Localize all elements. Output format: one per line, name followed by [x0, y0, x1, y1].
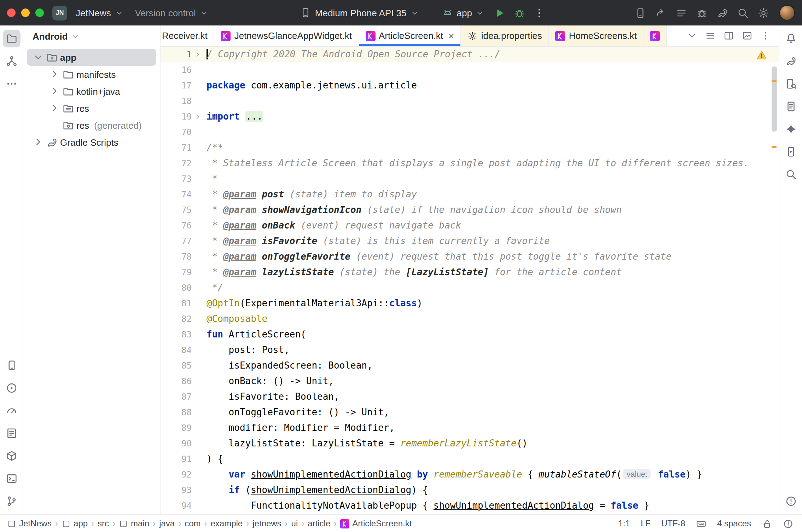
debug-button[interactable]	[510, 4, 529, 22]
code-line-1[interactable]: 1/ Copyright 2020 The Android Open Sourc…	[161, 47, 779, 62]
back-forward-button[interactable]	[652, 4, 670, 22]
breadcrumb-article[interactable]: article	[308, 519, 330, 528]
breadcrumb-jetnews[interactable]: jetnews	[252, 519, 281, 528]
code-line-84[interactable]: 84 post: Post,	[161, 342, 779, 358]
zoom-window-button[interactable]	[35, 8, 44, 17]
code-line-72[interactable]: 72 * Stateless Article Screen that displ…	[161, 156, 779, 171]
tree-item-res[interactable]: res	[27, 100, 156, 117]
input-mode-indicator[interactable]	[696, 518, 707, 529]
vcs-menu[interactable]: Version control	[131, 5, 213, 21]
fold-marker-icon[interactable]	[192, 47, 204, 62]
chevron-right-icon[interactable]	[33, 137, 44, 148]
code-editor[interactable]: 1/ Copyright 2020 The Android Open Sourc…	[161, 47, 779, 514]
code-line-70[interactable]: 70	[161, 125, 779, 140]
editor-options-button[interactable]	[757, 27, 774, 44]
tab-receiver-kt[interactable]: Receiver.kt	[161, 25, 215, 46]
file-encoding[interactable]: UTF-8	[661, 519, 685, 528]
code-line-19[interactable]: 19import ...	[161, 109, 779, 125]
code-line-94[interactable]: 94 FunctionalityNotAvailablePopup { show…	[161, 498, 779, 514]
tab-idea-properties[interactable]: idea.properties	[461, 25, 549, 46]
code-line-79[interactable]: 79 * @param lazyListState (state) the [L…	[161, 265, 779, 280]
breadcrumb-main[interactable]: main	[119, 519, 149, 528]
readonly-toggle[interactable]	[762, 518, 772, 529]
code-line-82[interactable]: 82@Composable	[161, 311, 779, 327]
breadcrumb-java[interactable]: java	[159, 519, 175, 528]
tab-stub[interactable]	[644, 25, 667, 46]
code-line-91[interactable]: 91) {	[161, 451, 779, 467]
project-tool-button[interactable]	[2, 30, 20, 47]
device-explorer-button[interactable]	[782, 75, 800, 93]
breadcrumb-jetnews[interactable]: JetNews	[7, 519, 52, 528]
terminal-tool-button[interactable]	[2, 470, 20, 487]
code-line-81[interactable]: 81@OptIn(ExperimentalMaterial3Api::class…	[161, 296, 779, 311]
code-line-93[interactable]: 93 if (showUnimplementedActionDialog) {	[161, 482, 779, 498]
code-line-92[interactable]: 92 var showUnimplementedActionDialog by …	[161, 467, 779, 482]
run-tool-button[interactable]	[2, 379, 20, 397]
settings-button[interactable]	[755, 4, 773, 22]
preview-button[interactable]	[738, 27, 755, 44]
code-line-89[interactable]: 89 modifier: Modifier = Modifier,	[161, 420, 779, 436]
caret-position[interactable]: 1:1	[618, 519, 630, 528]
chevron-down-icon[interactable]	[33, 52, 44, 63]
tab-jetnewsglanceappwidget-kt[interactable]: JetnewsGlanceAppWidget.kt	[215, 25, 359, 46]
code-line-88[interactable]: 88 onToggleFavorite: () -> Unit,	[161, 405, 779, 420]
code-line-18[interactable]: 18	[161, 93, 779, 109]
device-selector[interactable]: Medium Phone API 35	[296, 4, 424, 21]
code-line-87[interactable]: 87 isFavorite: Boolean,	[161, 389, 779, 405]
notifications-button[interactable]	[782, 30, 800, 47]
commit-tool-button[interactable]	[2, 52, 20, 70]
inspection-widget[interactable]	[756, 50, 767, 61]
code-line-83[interactable]: 83fun ArticleScreen(	[161, 327, 779, 342]
code-line-17[interactable]: 17package com.example.jetnews.ui.article	[161, 78, 779, 93]
search-everywhere-button[interactable]	[734, 4, 752, 22]
tree-item-gradle-scripts[interactable]: Gradle Scripts	[27, 134, 156, 151]
version-control-button[interactable]	[2, 492, 20, 510]
tree-item-app[interactable]: app	[27, 49, 156, 66]
tab-overflow-button[interactable]	[683, 27, 700, 44]
indent-style[interactable]: 4 spaces	[717, 519, 751, 528]
breadcrumb-src[interactable]: src	[98, 519, 109, 528]
running-devices-button[interactable]	[782, 143, 800, 161]
minimize-window-button[interactable]	[21, 8, 30, 17]
editor-scrollbar[interactable]	[772, 66, 777, 132]
problems-button[interactable]	[782, 492, 800, 510]
close-icon[interactable]: ×	[448, 30, 454, 41]
code-line-16[interactable]: 16	[161, 62, 779, 78]
notifications-indicator[interactable]	[783, 518, 794, 529]
logcat-tool-button[interactable]	[2, 424, 20, 442]
project-menu[interactable]: JetNews	[71, 5, 128, 21]
code-line-77[interactable]: 77 * @param isFavorite (state) is this i…	[161, 233, 779, 249]
warning-stripe-mark[interactable]	[772, 146, 777, 148]
breadcrumb-example[interactable]: example	[211, 519, 243, 528]
fold-marker-icon[interactable]	[192, 109, 204, 125]
code-line-75[interactable]: 75 * @param showNavigationIcon (state) i…	[161, 202, 779, 218]
line-separator[interactable]: LF	[641, 519, 651, 528]
todo-list-button[interactable]	[673, 4, 691, 22]
project-view-selector[interactable]: Android	[23, 25, 160, 47]
app-inspection-button[interactable]	[2, 447, 20, 465]
code-line-80[interactable]: 80 */	[161, 280, 779, 296]
breadcrumb-com[interactable]: com	[185, 519, 200, 528]
run-config-selector[interactable]: app	[438, 4, 489, 21]
warning-stripe-mark[interactable]	[772, 80, 777, 82]
run-button[interactable]	[490, 4, 509, 22]
tree-item-manifests[interactable]: manifests	[27, 66, 156, 83]
tab-homescreens-kt[interactable]: HomeScreens.kt	[549, 25, 644, 46]
breadcrumb-app[interactable]: app	[62, 519, 88, 528]
user-avatar[interactable]	[779, 5, 795, 21]
code-line-85[interactable]: 85 isExpandedScreen: Boolean,	[161, 358, 779, 374]
gradle-tool-button[interactable]	[782, 52, 800, 70]
code-line-76[interactable]: 76 * @param onBack (event) request navig…	[161, 218, 779, 233]
code-line-78[interactable]: 78 * @param onToggleFavorite (event) req…	[161, 249, 779, 265]
device-manager-tool-button[interactable]	[2, 357, 20, 374]
profiler-tool-button[interactable]	[2, 402, 20, 420]
gemini-button[interactable]	[782, 120, 800, 138]
file-list-button[interactable]	[702, 27, 719, 44]
device-manager-button[interactable]	[632, 4, 650, 22]
chevron-right-icon[interactable]	[49, 86, 60, 97]
chevron-right-icon[interactable]	[49, 69, 60, 80]
close-window-button[interactable]	[7, 8, 16, 17]
split-editor-button[interactable]	[720, 27, 737, 44]
breadcrumb-ui[interactable]: ui	[291, 519, 298, 528]
breadcrumb-articlescreen-kt[interactable]: ArticleScreen.kt	[340, 519, 412, 528]
